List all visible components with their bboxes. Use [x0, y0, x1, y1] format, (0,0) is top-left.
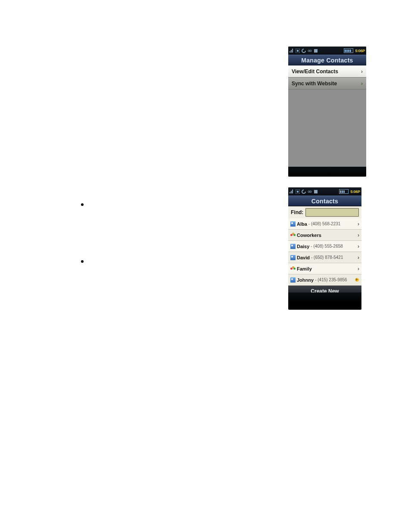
- status-bar: 5:06P: [288, 47, 366, 55]
- contact-phone: - (408) 568-2231: [308, 221, 341, 226]
- contact-name: Johnny: [297, 277, 314, 283]
- chevron-right-icon: ›: [358, 221, 359, 227]
- create-new-label: Create New: [311, 288, 339, 293]
- svg-rect-4: [314, 49, 318, 53]
- data-icon: [314, 190, 318, 194]
- svg-rect-1: [297, 50, 299, 52]
- contact-name: Alba: [297, 221, 307, 227]
- contact-row-johnny[interactable]: Johnny - (415) 235-9856: [288, 274, 361, 286]
- status-bar: 5:06P: [288, 187, 361, 196]
- svg-rect-9: [314, 190, 318, 193]
- screenshot-contacts-list: 5:06P Contacts Find: Alba - (408) 568-22…: [288, 187, 361, 310]
- link-icon: [308, 190, 312, 194]
- menu-item-label: Sync with Website: [292, 81, 337, 87]
- find-row: Find:: [288, 206, 361, 218]
- bullet-dot: [81, 203, 84, 206]
- arrow-right-icon: [355, 277, 359, 282]
- battery-icon: [339, 189, 349, 194]
- chevron-right-icon: ›: [361, 68, 363, 75]
- sync-icon: [302, 49, 306, 53]
- status-square-icon: [296, 190, 300, 194]
- screen-title-text: Manage Contacts: [301, 57, 353, 64]
- menu-item-label: View/Edit Contacts: [292, 68, 338, 75]
- svg-point-7: [308, 191, 310, 193]
- person-icon: [290, 255, 296, 260]
- data-icon: [314, 49, 318, 53]
- contact-phone: - (408) 555-2658: [311, 244, 343, 249]
- contact-name: Coworkers: [297, 233, 321, 238]
- status-square-icon: [296, 49, 300, 53]
- status-time: 5:06P: [355, 49, 365, 53]
- bottom-bar: [288, 167, 366, 177]
- screen-title: Manage Contacts: [288, 55, 366, 65]
- contact-row-coworkers[interactable]: Coworkers ›: [288, 230, 361, 241]
- person-icon: [290, 221, 296, 227]
- signal-icon: [290, 190, 294, 194]
- contact-row-daisy[interactable]: Daisy - (408) 555-2658 ›: [288, 241, 361, 252]
- chevron-right-icon: ›: [358, 243, 359, 249]
- contact-row-alba[interactable]: Alba - (408) 568-2231 ›: [288, 218, 361, 230]
- bullet-dot: [81, 260, 84, 263]
- group-icon: [290, 233, 296, 238]
- svg-point-2: [308, 50, 310, 52]
- contact-phone: - (415) 235-9856: [315, 277, 347, 282]
- contact-row-david[interactable]: David - (650) 878-5421 ›: [288, 252, 361, 263]
- svg-rect-6: [297, 191, 299, 193]
- person-icon: [290, 244, 296, 249]
- person-icon: [290, 277, 296, 283]
- screen-title: Contacts: [288, 196, 361, 206]
- create-new-button[interactable]: Create New: [288, 286, 361, 292]
- screen-title-text: Contacts: [311, 198, 338, 205]
- sync-icon: [302, 190, 306, 194]
- contact-name: Daisy: [297, 244, 309, 249]
- find-label: Find:: [291, 209, 303, 215]
- screenshot-manage-contacts: 5:06P Manage Contacts View/Edit Contacts…: [288, 47, 366, 177]
- chevron-right-icon: ›: [361, 81, 363, 87]
- find-input[interactable]: [305, 208, 359, 217]
- bottom-bar: [288, 292, 361, 302]
- contact-row-family[interactable]: Family ›: [288, 263, 361, 274]
- chevron-right-icon: ›: [358, 255, 359, 261]
- link-icon: [308, 49, 312, 53]
- svg-point-8: [310, 191, 311, 193]
- battery-icon: [344, 48, 353, 53]
- menu-item-sync-with-website[interactable]: Sync with Website ›: [288, 78, 366, 90]
- chevron-right-icon: ›: [358, 266, 359, 272]
- chevron-right-icon: ›: [358, 232, 359, 238]
- svg-point-3: [310, 50, 311, 52]
- menu-item-view-edit-contacts[interactable]: View/Edit Contacts ›: [288, 65, 366, 78]
- contact-phone: - (650) 878-5421: [311, 255, 343, 260]
- group-icon: [290, 266, 296, 271]
- contact-name: David: [297, 255, 310, 260]
- contact-name: Family: [297, 266, 312, 271]
- signal-icon: [290, 49, 294, 53]
- status-time: 5:06P: [350, 190, 360, 194]
